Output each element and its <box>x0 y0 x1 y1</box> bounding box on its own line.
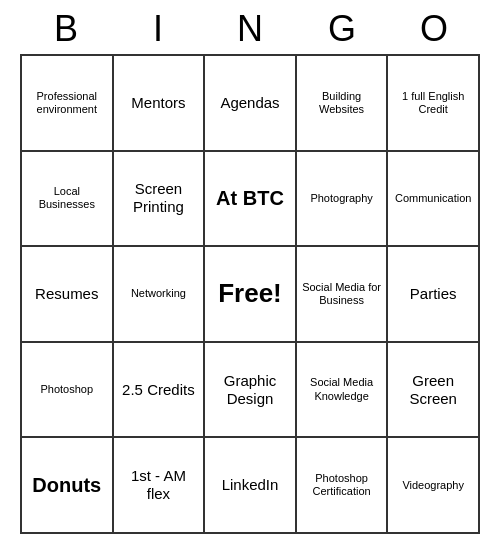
bingo-cell: Screen Printing <box>114 152 206 248</box>
title-letter-b: B <box>26 8 106 50</box>
bingo-cell: Videography <box>388 438 480 534</box>
title-letter-o: O <box>394 8 474 50</box>
bingo-cell: Photoshop <box>22 343 114 439</box>
bingo-cell: Local Businesses <box>22 152 114 248</box>
bingo-cell: Communication <box>388 152 480 248</box>
bingo-cell: Agendas <box>205 56 297 152</box>
bingo-cell: Photoshop Certification <box>297 438 389 534</box>
bingo-cell: Graphic Design <box>205 343 297 439</box>
bingo-cell: Social Media Knowledge <box>297 343 389 439</box>
bingo-cell: Social Media for Business <box>297 247 389 343</box>
bingo-cell: Networking <box>114 247 206 343</box>
bingo-cell: 1 full English Credit <box>388 56 480 152</box>
bingo-title: B I N G O <box>20 0 480 54</box>
bingo-cell: At BTC <box>205 152 297 248</box>
title-letter-i: I <box>118 8 198 50</box>
title-letter-n: N <box>210 8 290 50</box>
bingo-cell: Free! <box>205 247 297 343</box>
bingo-cell: Parties <box>388 247 480 343</box>
title-letter-g: G <box>302 8 382 50</box>
bingo-cell: Building Websites <box>297 56 389 152</box>
bingo-cell: LinkedIn <box>205 438 297 534</box>
bingo-cell: 1st - AM flex <box>114 438 206 534</box>
bingo-cell: Resumes <box>22 247 114 343</box>
bingo-cell: Green Screen <box>388 343 480 439</box>
bingo-cell: Professional environment <box>22 56 114 152</box>
bingo-cell: Donuts <box>22 438 114 534</box>
bingo-cell: Photography <box>297 152 389 248</box>
bingo-grid: Professional environmentMentorsAgendasBu… <box>20 54 480 534</box>
bingo-cell: 2.5 Credits <box>114 343 206 439</box>
bingo-cell: Mentors <box>114 56 206 152</box>
